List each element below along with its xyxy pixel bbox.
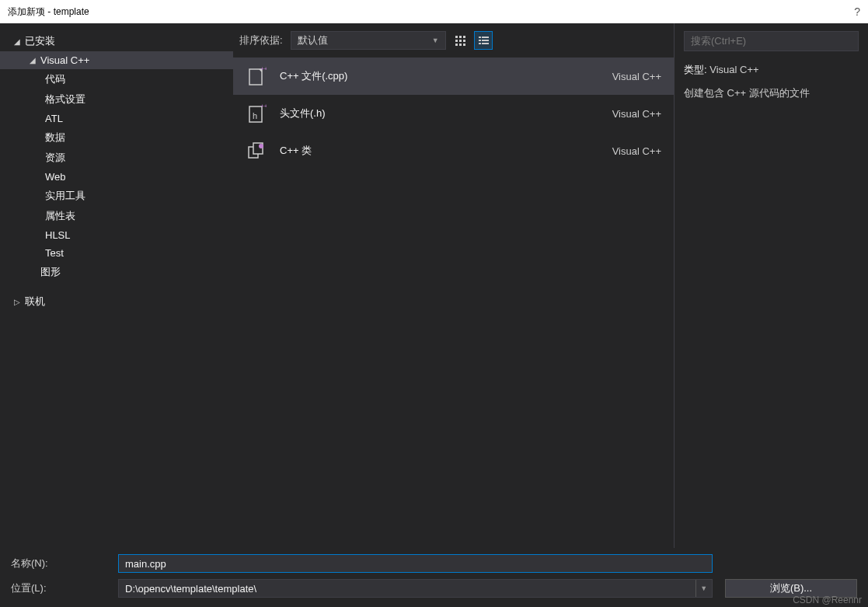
browse-label: 浏览(B)... — [770, 581, 812, 595]
watermark: CSDN @Reennr — [793, 595, 862, 605]
template-panel: 排序依据: 默认值 ▼ ++ C++ 文件(.cpp) Visual C++ — [233, 23, 674, 548]
tree-item-resource[interactable]: 资源 — [0, 148, 233, 168]
sort-by-label: 排序依据: — [239, 33, 283, 47]
name-input-wrap[interactable] — [118, 554, 713, 573]
location-input-wrap[interactable]: ▼ — [118, 579, 713, 598]
svg-rect-1 — [459, 36, 462, 38]
detail-description: 创建包含 C++ 源代码的文件 — [684, 85, 859, 101]
tree-graphics[interactable]: 图形 — [0, 262, 233, 282]
svg-rect-14 — [482, 43, 489, 44]
location-dropdown-button[interactable]: ▼ — [695, 580, 712, 597]
template-cpp-file[interactable]: ++ C++ 文件(.cpp) Visual C++ — [233, 58, 674, 95]
svg-rect-5 — [463, 40, 465, 42]
detail-type-value: Visual C++ — [709, 64, 758, 75]
svg-rect-12 — [482, 40, 489, 41]
svg-rect-11 — [479, 40, 481, 41]
detail-type: 类型: Visual C++ — [684, 62, 859, 78]
svg-rect-3 — [455, 40, 458, 42]
tree-item-test[interactable]: Test — [0, 244, 233, 262]
svg-rect-8 — [463, 44, 465, 46]
location-row: 位置(L): ▼ 浏览(B)... — [11, 579, 857, 598]
search-input[interactable] — [691, 35, 852, 47]
titlebar: 添加新项 - template ? — [0, 0, 868, 23]
view-list-button[interactable] — [474, 31, 493, 50]
svg-rect-4 — [459, 40, 462, 42]
window-title: 添加新项 - template — [8, 5, 89, 19]
help-button[interactable]: ? — [854, 5, 860, 18]
tree-item-atl[interactable]: ATL — [0, 110, 233, 127]
svg-rect-6 — [455, 44, 458, 46]
name-input[interactable] — [125, 558, 706, 570]
name-label: 名称(N): — [11, 556, 112, 570]
template-name: C++ 类 — [280, 144, 600, 158]
location-label: 位置(L): — [11, 581, 112, 595]
chevron-down-icon: ◢ — [30, 56, 39, 65]
tree-item-utility[interactable]: 实用工具 — [0, 186, 233, 206]
chevron-down-icon: ◢ — [14, 37, 23, 46]
tree-item-data[interactable]: 数据 — [0, 127, 233, 148]
tree-item-formatting[interactable]: 格式设置 — [0, 89, 233, 110]
cpp-file-icon: ++ — [246, 65, 267, 87]
svg-rect-13 — [479, 43, 481, 44]
tree-label: 已安装 — [25, 34, 55, 48]
chevron-down-icon: ▼ — [432, 37, 439, 44]
header-file-icon: h++ — [246, 103, 267, 124]
detail-type-label: 类型: — [684, 64, 707, 75]
svg-rect-9 — [479, 37, 481, 38]
template-lang: Visual C++ — [612, 108, 661, 120]
tree-online[interactable]: ▷ 联机 — [0, 291, 233, 312]
tree-item-hlsl[interactable]: HLSL — [0, 226, 233, 244]
svg-text:++: ++ — [260, 103, 267, 110]
search-box[interactable] — [684, 31, 859, 51]
name-row: 名称(N): — [11, 554, 857, 573]
template-cpp-class[interactable]: C++ 类 Visual C++ — [233, 132, 674, 169]
svg-point-22 — [259, 144, 263, 148]
template-header-file[interactable]: h++ 头文件(.h) Visual C++ — [233, 95, 674, 132]
tree-label: 联机 — [25, 295, 45, 309]
svg-rect-7 — [459, 44, 462, 46]
template-name: C++ 文件(.cpp) — [280, 69, 600, 83]
main-area: ◢ 已安装 ◢ Visual C++ 代码 格式设置 ATL 数据 资源 Web… — [0, 23, 868, 548]
cpp-class-icon — [246, 140, 267, 162]
details-panel: 类型: Visual C++ 创建包含 C++ 源代码的文件 — [674, 23, 868, 548]
tree-label: 图形 — [40, 265, 61, 279]
svg-rect-2 — [463, 36, 465, 38]
tree-label: Visual C++ — [40, 54, 89, 66]
bottom-form: 名称(N): 位置(L): ▼ 浏览(B)... — [0, 548, 868, 607]
center-toolbar: 排序依据: 默认值 ▼ — [233, 23, 674, 51]
view-grid-button[interactable] — [451, 31, 469, 50]
sort-value: 默认值 — [298, 33, 328, 47]
chevron-right-icon: ▷ — [14, 298, 23, 306]
template-lang: Visual C++ — [612, 71, 661, 82]
tree-visual-cpp[interactable]: ◢ Visual C++ — [0, 51, 233, 69]
location-input[interactable] — [125, 580, 695, 597]
svg-rect-0 — [455, 36, 458, 38]
template-name: 头文件(.h) — [280, 106, 600, 120]
tree-item-web[interactable]: Web — [0, 168, 233, 186]
tree-installed[interactable]: ◢ 已安装 — [0, 31, 233, 51]
category-tree: ◢ 已安装 ◢ Visual C++ 代码 格式设置 ATL 数据 资源 Web… — [0, 23, 233, 548]
template-lang: Visual C++ — [612, 145, 661, 157]
tree-item-propsheet[interactable]: 属性表 — [0, 206, 233, 226]
template-list: ++ C++ 文件(.cpp) Visual C++ h++ 头文件(.h) V… — [233, 51, 674, 548]
tree-item-code[interactable]: 代码 — [0, 69, 233, 89]
sort-by-dropdown[interactable]: 默认值 ▼ — [291, 31, 446, 50]
svg-rect-10 — [482, 37, 489, 38]
svg-text:h: h — [253, 111, 257, 120]
svg-text:++: ++ — [260, 66, 267, 72]
